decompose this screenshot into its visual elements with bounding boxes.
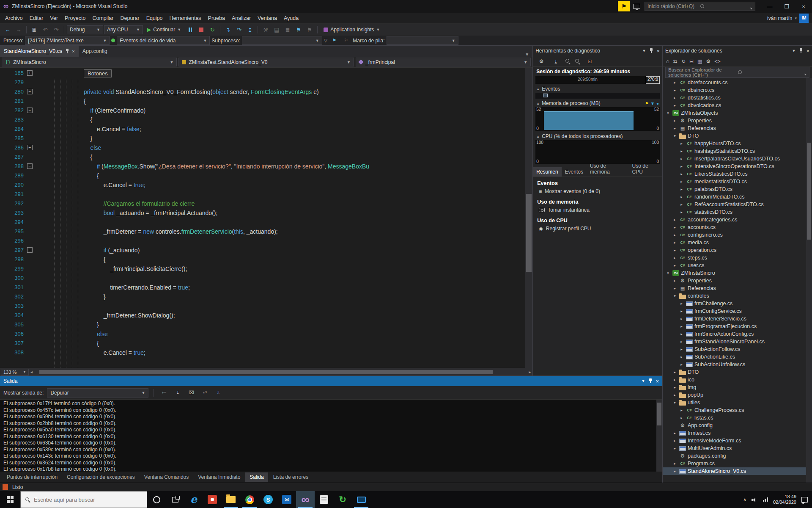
restart-icon[interactable]: ↻ bbox=[207, 25, 217, 34]
volume-icon[interactable] bbox=[752, 497, 758, 502]
expander-icon[interactable]: ▸ bbox=[672, 439, 678, 443]
start-button[interactable] bbox=[0, 491, 20, 508]
expander-icon[interactable]: ▸ bbox=[672, 88, 678, 92]
code-line[interactable]: 298 { bbox=[0, 255, 525, 264]
solution-configuration-select[interactable]: Debug▼ bbox=[67, 25, 103, 34]
user-avatar[interactable]: IM bbox=[799, 14, 809, 23]
window-menu-icon[interactable]: ▼ bbox=[792, 49, 796, 53]
code-line[interactable]: 306 else bbox=[0, 329, 525, 339]
expander-icon[interactable]: ▸ bbox=[672, 119, 678, 123]
skype-taskbar-button[interactable]: S bbox=[259, 491, 277, 508]
fold-toggle-icon[interactable]: + bbox=[27, 70, 33, 76]
tree-item[interactable]: ▸C#LikersStatisticsDTO.cs bbox=[663, 170, 812, 178]
zoom-in-icon[interactable] bbox=[565, 58, 571, 64]
diagnostics-action[interactable]: Tomar instantánea bbox=[533, 206, 662, 214]
tree-item[interactable]: ▸C#operation.cs bbox=[663, 246, 812, 254]
tree-item[interactable]: ▸C#configsincro.cs bbox=[663, 231, 812, 239]
tree-item[interactable]: ▸img bbox=[663, 384, 812, 391]
diag-tab-resumen[interactable]: Resumen bbox=[533, 167, 561, 177]
pin-icon[interactable] bbox=[65, 49, 69, 54]
pin-icon[interactable] bbox=[799, 48, 803, 53]
expander-icon[interactable]: ▸ bbox=[679, 210, 684, 214]
expander-icon[interactable]: ▸ bbox=[672, 378, 678, 382]
expander-icon[interactable]: ▸ bbox=[679, 149, 684, 153]
tree-item[interactable]: ▸C#dbvolcados.cs bbox=[663, 102, 812, 109]
close-button[interactable]: × bbox=[795, 0, 812, 13]
step-over-icon[interactable]: ↷ bbox=[234, 25, 244, 34]
expander-icon[interactable]: ▾ bbox=[665, 111, 671, 115]
show-all-files-icon[interactable]: ▦ bbox=[697, 58, 702, 64]
editor-horizontal-scrollbar[interactable] bbox=[34, 370, 527, 375]
expander-icon[interactable]: ▸ bbox=[672, 431, 678, 435]
collapsed-region[interactable]: Botones bbox=[84, 69, 112, 77]
expander-icon[interactable]: ▾ bbox=[672, 294, 678, 298]
scrollbar-thumb[interactable] bbox=[657, 403, 661, 425]
tree-item[interactable]: ▸▤Referencias bbox=[663, 124, 812, 132]
scroll-right-icon[interactable]: ▸ bbox=[527, 370, 532, 374]
switch-views-icon[interactable]: ⇆ bbox=[673, 58, 678, 64]
tree-item[interactable]: ▸frmChallenge.cs bbox=[663, 300, 812, 307]
code-line[interactable]: 287 { bbox=[0, 152, 525, 162]
code-line[interactable]: 285 } bbox=[0, 134, 525, 143]
events-track[interactable] bbox=[535, 93, 660, 99]
close-icon[interactable]: × bbox=[656, 378, 659, 384]
window-menu-icon[interactable]: ▼ bbox=[641, 379, 645, 383]
settings-gear-icon[interactable]: ⚙ bbox=[536, 57, 546, 66]
toggle-autoscroll-icon[interactable]: ⇩ bbox=[213, 388, 223, 398]
build-icon[interactable]: ⚒ bbox=[261, 25, 271, 34]
stop-debugging-icon[interactable] bbox=[196, 25, 206, 34]
expander-icon[interactable]: ▸ bbox=[679, 301, 684, 306]
tree-item[interactable]: ▸C#steps.cs bbox=[663, 254, 812, 262]
go-to-next-icon[interactable]: ↧ bbox=[173, 388, 183, 398]
code-line[interactable]: 300 bbox=[0, 273, 525, 283]
new-file-icon[interactable]: 🗎 bbox=[29, 25, 39, 34]
expander-icon[interactable]: ▸ bbox=[672, 126, 678, 130]
unflag-threads-icon[interactable]: ⚐ bbox=[341, 36, 351, 45]
expander-icon[interactable]: ▸ bbox=[679, 324, 684, 329]
expander-icon[interactable]: ▸ bbox=[672, 225, 678, 229]
redo-icon[interactable]: ↷ bbox=[51, 25, 61, 34]
project-dropdown[interactable]: {} ZMInstaSincro ▼ bbox=[2, 58, 177, 66]
diagnostics-action[interactable]: ◉Registrar perfil CPU bbox=[533, 224, 662, 233]
expander-icon[interactable]: ▸ bbox=[679, 172, 684, 176]
expander-icon[interactable]: ▸ bbox=[672, 218, 678, 222]
remote-taskbar-button[interactable] bbox=[352, 491, 370, 508]
menu-item-ver[interactable]: Ver bbox=[47, 14, 61, 23]
expander-icon[interactable]: ▸ bbox=[679, 179, 684, 184]
tool-tab-lista-de-errores[interactable]: Lista de errores bbox=[269, 472, 313, 482]
code-line[interactable]: 284 e.Cancel = false; bbox=[0, 124, 525, 134]
minimize-button[interactable]: — bbox=[761, 0, 778, 13]
find-message-icon[interactable]: ≔ bbox=[159, 388, 169, 398]
output-window-icon[interactable]: ▤ bbox=[272, 25, 282, 34]
tree-item[interactable]: ▸C#dbrefaccounts.cs bbox=[663, 79, 812, 86]
account-area[interactable]: iván martín ▾ IM bbox=[767, 14, 812, 23]
expander-icon[interactable]: ▸ bbox=[672, 385, 678, 389]
code-line[interactable]: 280−private void StandAloneSincro_V0_For… bbox=[0, 87, 525, 97]
expander-icon[interactable]: ▸ bbox=[679, 340, 684, 344]
tool-tab-configuración-de-excepciones[interactable]: Configuración de excepciones bbox=[63, 472, 139, 482]
filter-icon[interactable]: ▽ bbox=[324, 38, 327, 43]
expander-icon[interactable]: ▸ bbox=[672, 370, 678, 374]
process-select[interactable]: [24176] ZMInstaTest.exe▼ bbox=[25, 36, 110, 45]
file-explorer-taskbar-button[interactable] bbox=[222, 491, 240, 508]
cpu-chart[interactable]: 100 0 100 0 bbox=[535, 140, 660, 164]
mail-taskbar-button[interactable]: ✉ bbox=[277, 491, 296, 508]
fold-toggle-icon[interactable]: − bbox=[27, 108, 33, 113]
expander-icon[interactable]: ▸ bbox=[679, 408, 684, 412]
feedback-flag-icon[interactable]: ⚑ bbox=[618, 1, 630, 11]
code-surface[interactable]: 165+Botones279280−private void StandAlon… bbox=[0, 68, 532, 368]
code-line[interactable]: 289 { bbox=[0, 171, 525, 180]
stack-frame-select[interactable]: ▼ bbox=[387, 36, 458, 45]
properties-icon[interactable]: ⚙ bbox=[706, 58, 710, 64]
action-center-icon[interactable] bbox=[801, 497, 808, 502]
tree-item[interactable]: ▸⚙Properties bbox=[663, 117, 812, 124]
tab-list-dropdown-icon[interactable]: ▼ bbox=[521, 52, 532, 57]
code-line[interactable]: 286− else bbox=[0, 143, 525, 152]
events-track-header[interactable]: ▲ Eventos bbox=[533, 85, 662, 92]
code-line[interactable]: 282− if (CierreConfirmado) bbox=[0, 106, 525, 115]
code-line[interactable]: 304 _frmDetener.ShowDialog(); bbox=[0, 311, 525, 320]
taskbar-clock[interactable]: 18:49 02/04/2020 bbox=[773, 494, 796, 505]
tree-item[interactable]: ▸C#statisticsDTO.cs bbox=[663, 208, 812, 216]
code-line[interactable]: 296 bbox=[0, 236, 525, 246]
tray-expand-icon[interactable]: ∧ bbox=[743, 497, 746, 502]
